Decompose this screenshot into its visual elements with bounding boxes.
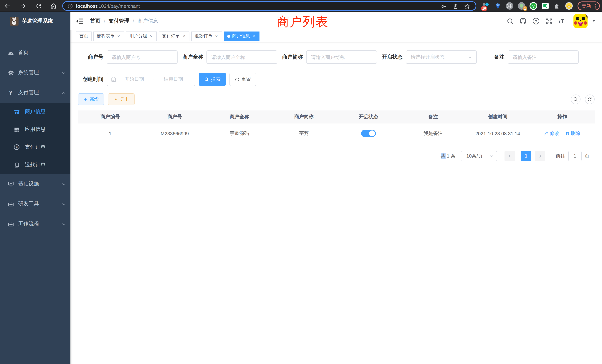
refresh-table-button[interactable] xyxy=(585,95,595,104)
merchant-no-label: 商户号 xyxy=(78,54,107,60)
site-info-icon[interactable] xyxy=(67,3,73,9)
browser-reload-button[interactable] xyxy=(35,2,42,10)
browser-forward-button[interactable] xyxy=(19,2,27,10)
sidebar-item-home[interactable]: 首页 xyxy=(0,43,70,63)
download-icon xyxy=(113,97,118,102)
tab-home[interactable]: 首页 xyxy=(76,31,92,41)
page-number-1[interactable]: 1 xyxy=(521,151,531,161)
tab-process-form[interactable]: 流程表单× xyxy=(93,31,124,41)
sidebar-item-label: 首页 xyxy=(18,49,29,56)
tab-refund-order[interactable]: 退款订单× xyxy=(191,31,222,41)
sidebar: 芋道管理系统 首页 系统管理 xyxy=(0,12,70,364)
extension-y-icon[interactable]: y xyxy=(529,2,538,10)
help-button[interactable]: ? xyxy=(532,17,540,25)
col-remark: 备注 xyxy=(401,110,466,123)
breadcrumb-separator: / xyxy=(104,18,105,24)
table-row: 1 M233666999 芋道源码 芋艿 我是备注 2021-10-23 08:… xyxy=(78,123,595,144)
password-key-icon[interactable] xyxy=(441,3,447,10)
status-label: 开启状态 xyxy=(380,54,406,60)
browser-back-button[interactable] xyxy=(4,2,11,10)
tab-user-group[interactable]: 用户分组× xyxy=(126,31,157,41)
sidebar-item-app-info[interactable]: 应用信息 xyxy=(0,120,70,138)
reset-button[interactable]: 重置 xyxy=(229,73,256,86)
pikachu-avatar-icon xyxy=(573,14,588,28)
fullscreen-button[interactable] xyxy=(545,17,553,25)
start-date-placeholder[interactable]: 开始日期 xyxy=(116,76,152,83)
col-status: 开启状态 xyxy=(336,110,401,123)
goto-page-input[interactable] xyxy=(568,151,582,161)
share-icon[interactable] xyxy=(453,3,459,9)
merchant-no-input[interactable] xyxy=(107,50,178,64)
add-button[interactable]: 新增 xyxy=(78,93,104,105)
tab-merchant-info[interactable]: 商户信息× xyxy=(224,31,259,41)
extension-workona-icon[interactable]: 10 xyxy=(482,2,490,10)
sidebar-collapse-button[interactable] xyxy=(76,17,83,25)
app-logo-row[interactable]: 芋道管理系统 xyxy=(0,12,70,30)
extension-gem-icon[interactable] xyxy=(494,2,502,10)
sidebar-item-workflow[interactable]: 工作流程 xyxy=(0,214,70,234)
extension-chat-icon[interactable] xyxy=(541,2,549,10)
sidebar-item-pay-order[interactable]: ¥ 支付订单 xyxy=(0,138,70,156)
chevron-down-icon xyxy=(62,202,66,206)
status-select[interactable]: 请选择开启状态 xyxy=(406,50,477,64)
sidebar-item-devtools[interactable]: 研发工具 xyxy=(0,194,70,214)
page-size-select[interactable]: 10条/页 xyxy=(461,151,497,161)
edit-link[interactable]: 修改 xyxy=(544,130,559,137)
close-icon[interactable]: × xyxy=(149,33,153,39)
sidebar-item-merchant-info[interactable]: 商户信息 xyxy=(0,103,70,120)
extension-profile-dot-icon[interactable]: 1 xyxy=(517,2,526,10)
header-search-button[interactable] xyxy=(506,17,514,25)
bookmark-star-icon[interactable] xyxy=(464,3,470,10)
next-page-button[interactable] xyxy=(535,151,545,161)
table-header-row: 商户编号 商户号 商户全称 商户简称 开启状态 备注 创建时间 操作 xyxy=(78,110,595,123)
sidebar-item-system[interactable]: 系统管理 xyxy=(0,63,70,83)
yen-icon: ¥ xyxy=(7,89,14,96)
browser-home-button[interactable] xyxy=(50,2,57,10)
extensions-puzzle-icon[interactable] xyxy=(553,2,561,10)
avatar-caret-icon[interactable] xyxy=(592,18,596,24)
remark-input[interactable] xyxy=(508,50,579,64)
cell-remark: 我是备注 xyxy=(401,123,466,144)
search-button[interactable]: 搜索 xyxy=(199,73,226,86)
sidebar-item-label: 基础设施 xyxy=(18,181,39,187)
svg-text:¥: ¥ xyxy=(16,146,18,149)
github-icon xyxy=(519,17,527,25)
browser-menu-icon[interactable] xyxy=(595,3,596,8)
top-header: 首页 / 支付管理 / 商户信息 ? xyxy=(70,12,602,30)
extension-command-icon[interactable] xyxy=(506,2,514,10)
svg-text:T: T xyxy=(559,20,560,23)
date-range-picker[interactable]: 开始日期 - 结束日期 xyxy=(107,73,195,86)
end-date-placeholder[interactable]: 结束日期 xyxy=(155,76,191,83)
github-link-button[interactable] xyxy=(519,17,527,25)
sidebar-item-refund-order[interactable]: 退款订单 xyxy=(0,156,70,174)
address-bar[interactable]: localhost:1024/pay/merchant xyxy=(62,1,476,11)
merchant-table: 商户编号 商户号 商户全称 商户简称 开启状态 备注 创建时间 操作 1 xyxy=(78,110,595,144)
forward-icon xyxy=(20,3,26,9)
close-icon[interactable]: × xyxy=(116,33,121,39)
hide-search-button[interactable] xyxy=(571,95,580,104)
merchant-name-input[interactable] xyxy=(206,50,277,64)
breadcrumb-pay[interactable]: 支付管理 xyxy=(109,18,129,24)
sidebar-item-infra[interactable]: 基础设施 xyxy=(0,174,70,194)
delete-link[interactable]: 删除 xyxy=(565,130,580,137)
close-icon[interactable]: × xyxy=(214,33,219,39)
short-name-input[interactable] xyxy=(306,50,377,64)
date-separator: - xyxy=(152,76,155,82)
breadcrumb-current: 商户信息 xyxy=(138,18,158,24)
yen-circle-icon: ¥ xyxy=(13,144,20,150)
document-icon xyxy=(13,162,20,168)
chevron-up-icon xyxy=(62,90,66,95)
close-icon[interactable]: × xyxy=(182,33,186,39)
close-icon[interactable]: × xyxy=(252,33,256,39)
prev-page-button[interactable] xyxy=(505,151,515,161)
sidebar-item-pay[interactable]: ¥ 支付管理 xyxy=(0,83,70,103)
sidebar-item-label: 工作流程 xyxy=(18,221,39,227)
user-avatar[interactable] xyxy=(573,14,588,28)
browser-update-button[interactable]: 更新 xyxy=(578,1,600,10)
tab-pay-order[interactable]: 支付订单× xyxy=(159,31,189,41)
browser-profile-avatar[interactable] xyxy=(565,2,573,10)
breadcrumb-home[interactable]: 首页 xyxy=(90,18,100,24)
export-button[interactable]: 导出 xyxy=(108,93,135,105)
status-toggle[interactable] xyxy=(361,130,376,137)
font-size-button[interactable]: TT xyxy=(558,17,566,25)
